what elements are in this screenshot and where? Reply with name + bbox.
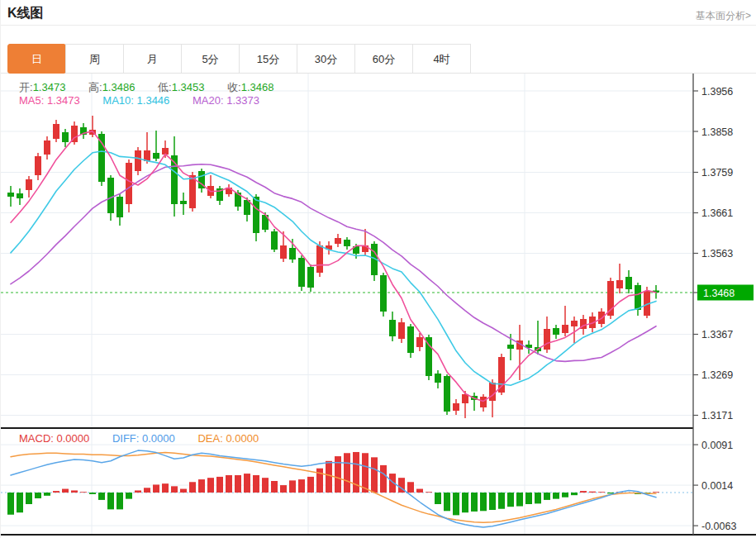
ma20-value: 1.3373 <box>226 94 259 107</box>
y-axis-label: 1.3367 <box>701 329 733 340</box>
y-axis-label: 1.3661 <box>701 207 733 219</box>
dea-value: 0.0000 <box>226 432 259 445</box>
dea-label: DEA: <box>197 432 222 445</box>
chart-bottom-border <box>1 534 756 536</box>
y-axis-label: 1.3269 <box>701 369 733 381</box>
tab-interval-6[interactable]: 60分 <box>354 44 413 74</box>
tab-interval-2[interactable]: 月 <box>123 44 182 74</box>
ma5-value: 1.3473 <box>47 94 80 107</box>
tab-interval-3[interactable]: 5分 <box>181 44 240 74</box>
tab-interval-0[interactable]: 日 <box>7 44 66 74</box>
macd-readout: MACD: 0.0000 DIFF: 0.0000 DEA: 0.0000 <box>19 432 278 445</box>
open-label: 开: <box>19 81 33 93</box>
ma10-value: 1.3446 <box>137 94 170 107</box>
open-value: 1.3473 <box>33 81 66 93</box>
y-axis-label: 0.0014 <box>701 480 733 492</box>
diff-value: 0.0000 <box>142 432 175 445</box>
y-axis-label: 1.3759 <box>701 167 733 179</box>
ma-readout: MA5: 1.3473 MA10: 1.3446 MA20: 1.3373 <box>19 94 279 107</box>
low-label: 低: <box>158 81 172 93</box>
y-axis-label: 1.3858 <box>701 126 733 138</box>
candles-layer <box>7 116 659 418</box>
close-value: 1.3468 <box>241 81 274 93</box>
interval-tabbar: 日周月5分15分30分60分4时 <box>7 44 471 74</box>
ma5-label: MA5: <box>19 94 44 107</box>
tab-interval-4[interactable]: 15分 <box>239 44 297 74</box>
y-axis-label: 1.3171 <box>701 410 733 421</box>
diff-line <box>11 450 656 527</box>
ma20-label: MA20: <box>193 94 224 107</box>
ohlc-readout: 开:1.3473 高:1.3486 低:1.3453 收:1.3468 <box>19 80 293 95</box>
tab-interval-7[interactable]: 4时 <box>412 44 471 74</box>
kline-panel: K线图 基本面分析> 日周月5分15分30分60分4时 1.39561.3858… <box>0 0 756 538</box>
panel-split-border <box>1 427 693 429</box>
y-axis-label: 1.3563 <box>701 248 733 259</box>
macd-label: MACD: <box>19 432 54 445</box>
ma10-label: MA10: <box>102 94 134 107</box>
current-price-badge-text: 1.3468 <box>703 288 735 299</box>
tab-interval-1[interactable]: 周 <box>65 44 124 74</box>
diff-label: DIFF: <box>112 432 140 445</box>
macd-value: 0.0000 <box>57 432 90 445</box>
high-label: 高: <box>88 81 102 93</box>
high-value: 1.3486 <box>102 81 136 93</box>
y-axis-label: -0.0063 <box>701 521 736 532</box>
low-value: 1.3453 <box>172 81 205 93</box>
y-axis-label: 0.0091 <box>701 440 733 451</box>
y-axis-label: 1.3956 <box>701 86 733 98</box>
close-label: 收: <box>227 81 241 93</box>
y-axis-labels: 1.39561.38581.37591.36611.35631.33671.32… <box>693 86 736 532</box>
tab-interval-5[interactable]: 30分 <box>297 44 355 74</box>
